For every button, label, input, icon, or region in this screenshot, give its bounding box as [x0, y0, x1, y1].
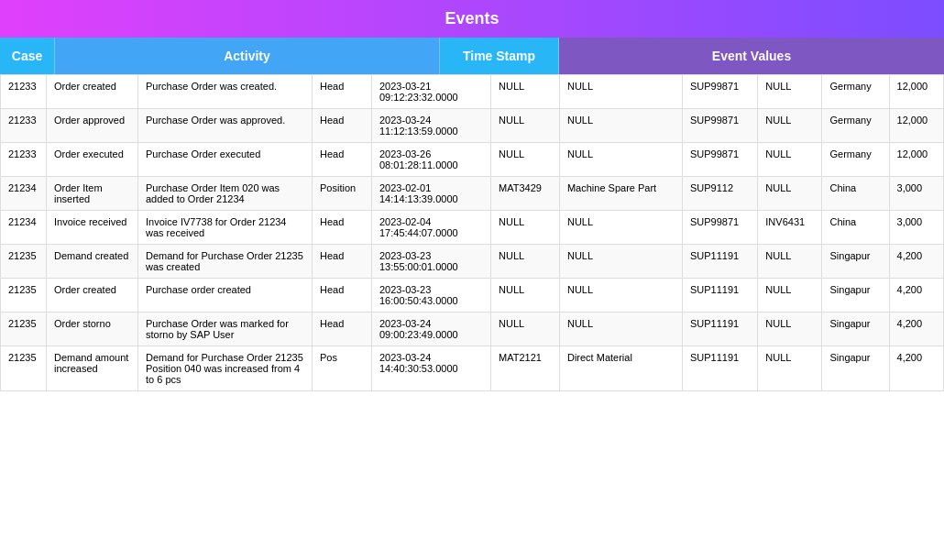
- header-eventvalues: Event Values: [559, 38, 944, 74]
- cell-ev2: Machine Spare Part: [559, 177, 682, 211]
- cell-type: Head: [313, 313, 372, 346]
- cell-ev6: 3,000: [889, 211, 943, 245]
- cell-timestamp: 2023-03-24 09:00:23:49.0000: [372, 313, 491, 346]
- events-table: 21233Order createdPurchase Order was cre…: [0, 74, 944, 391]
- cell-ev1: NULL: [491, 245, 560, 279]
- cell-timestamp: 2023-02-01 14:14:13:39.0000: [372, 177, 491, 211]
- cell-ev2: NULL: [559, 313, 682, 346]
- cell-ev6: 3,000: [889, 177, 943, 211]
- cell-ev1: MAT2121: [491, 346, 560, 391]
- cell-ev6: 12,000: [889, 143, 943, 177]
- cell-activity: Order created: [47, 279, 138, 313]
- cell-activity: Demand amount increased: [47, 346, 138, 391]
- cell-ev3: SUP11191: [682, 245, 757, 279]
- cell-ev3: SUP99871: [682, 109, 757, 143]
- cell-ev3: SUP11191: [682, 313, 757, 346]
- cell-timestamp: 2023-03-23 16:00:50:43.0000: [372, 279, 491, 313]
- table-row: 21235Demand createdDemand for Purchase O…: [1, 245, 944, 279]
- cell-ev2: Direct Material: [559, 346, 682, 391]
- cell-description: Demand for Purchase Order 21235 was crea…: [138, 245, 313, 279]
- cell-timestamp: 2023-03-23 13:55:00:01.0000: [372, 245, 491, 279]
- cell-ev4: INV6431: [758, 211, 822, 245]
- cell-type: Head: [313, 75, 372, 109]
- page-title: Events: [0, 0, 944, 38]
- table-row: 21234Order Item insertedPurchase Order I…: [1, 177, 944, 211]
- cell-ev4: NULL: [758, 245, 822, 279]
- cell-description: Invoice IV7738 for Order 21234 was recei…: [138, 211, 313, 245]
- table-row: 21233Order approvedPurchase Order was ap…: [1, 109, 944, 143]
- cell-ev1: MAT3429: [491, 177, 560, 211]
- cell-ev2: NULL: [559, 245, 682, 279]
- cell-case: 21233: [1, 109, 47, 143]
- cell-activity: Order Item inserted: [47, 177, 138, 211]
- cell-ev5: Singapur: [822, 279, 889, 313]
- cell-case: 21235: [1, 346, 47, 391]
- table-row: 21235Order createdPurchase order created…: [1, 279, 944, 313]
- cell-ev6: 4,200: [889, 245, 943, 279]
- cell-case: 21233: [1, 75, 47, 109]
- cell-activity: Order approved: [47, 109, 138, 143]
- cell-timestamp: 2023-03-21 09:12:23:32.0000: [372, 75, 491, 109]
- cell-description: Purchase Order was marked for storno by …: [138, 313, 313, 346]
- cell-ev4: NULL: [758, 279, 822, 313]
- cell-case: 21235: [1, 279, 47, 313]
- cell-ev6: 12,000: [889, 75, 943, 109]
- cell-ev5: Singapur: [822, 313, 889, 346]
- cell-type: Position: [313, 177, 372, 211]
- cell-ev6: 12,000: [889, 109, 943, 143]
- cell-ev5: Germany: [822, 143, 889, 177]
- cell-description: Purchase Order was approved.: [138, 109, 313, 143]
- cell-activity: Order created: [47, 75, 138, 109]
- cell-ev1: NULL: [491, 313, 560, 346]
- cell-case: 21235: [1, 245, 47, 279]
- cell-ev2: NULL: [559, 211, 682, 245]
- cell-timestamp: 2023-03-24 11:12:13:59.0000: [372, 109, 491, 143]
- cell-case: 21233: [1, 143, 47, 177]
- cell-ev5: Germany: [822, 109, 889, 143]
- header-timestamp: Time Stamp: [440, 38, 559, 74]
- cell-ev4: NULL: [758, 143, 822, 177]
- cell-ev1: NULL: [491, 211, 560, 245]
- cell-ev3: SUP11191: [682, 279, 757, 313]
- cell-activity: Invoice received: [47, 211, 138, 245]
- cell-ev3: SUP9112: [682, 177, 757, 211]
- cell-ev4: NULL: [758, 313, 822, 346]
- cell-ev2: NULL: [559, 109, 682, 143]
- table-row: 21235Order stornoPurchase Order was mark…: [1, 313, 944, 346]
- cell-ev4: NULL: [758, 75, 822, 109]
- table-row: 21233Order createdPurchase Order was cre…: [1, 75, 944, 109]
- header-case: Case: [0, 38, 55, 74]
- cell-ev6: 4,200: [889, 346, 943, 391]
- cell-description: Purchase Order Item 020 was added to Ord…: [138, 177, 313, 211]
- cell-ev1: NULL: [491, 109, 560, 143]
- cell-case: 21234: [1, 177, 47, 211]
- cell-type: Head: [313, 245, 372, 279]
- table-row: 21233Order executedPurchase Order execut…: [1, 143, 944, 177]
- cell-activity: Order storno: [47, 313, 138, 346]
- cell-ev6: 4,200: [889, 279, 943, 313]
- cell-ev3: SUP99871: [682, 143, 757, 177]
- table-row: 21235Demand amount increasedDemand for P…: [1, 346, 944, 391]
- table-row: 21234Invoice receivedInvoice IV7738 for …: [1, 211, 944, 245]
- cell-ev1: NULL: [491, 279, 560, 313]
- cell-ev5: China: [822, 211, 889, 245]
- cell-ev2: NULL: [559, 75, 682, 109]
- cell-description: Purchase Order was created.: [138, 75, 313, 109]
- cell-ev1: NULL: [491, 75, 560, 109]
- cell-ev4: NULL: [758, 346, 822, 391]
- cell-description: Purchase Order executed: [138, 143, 313, 177]
- cell-ev2: NULL: [559, 279, 682, 313]
- cell-description: Demand for Purchase Order 21235 Position…: [138, 346, 313, 391]
- cell-timestamp: 2023-03-24 14:40:30:53.0000: [372, 346, 491, 391]
- cell-type: Head: [313, 211, 372, 245]
- header-activity: Activity: [55, 38, 440, 74]
- cell-ev2: NULL: [559, 143, 682, 177]
- cell-ev3: SUP99871: [682, 75, 757, 109]
- cell-case: 21234: [1, 211, 47, 245]
- cell-ev6: 4,200: [889, 313, 943, 346]
- cell-ev1: NULL: [491, 143, 560, 177]
- cell-ev5: Singapur: [822, 245, 889, 279]
- cell-ev5: Germany: [822, 75, 889, 109]
- cell-activity: Order executed: [47, 143, 138, 177]
- cell-type: Head: [313, 109, 372, 143]
